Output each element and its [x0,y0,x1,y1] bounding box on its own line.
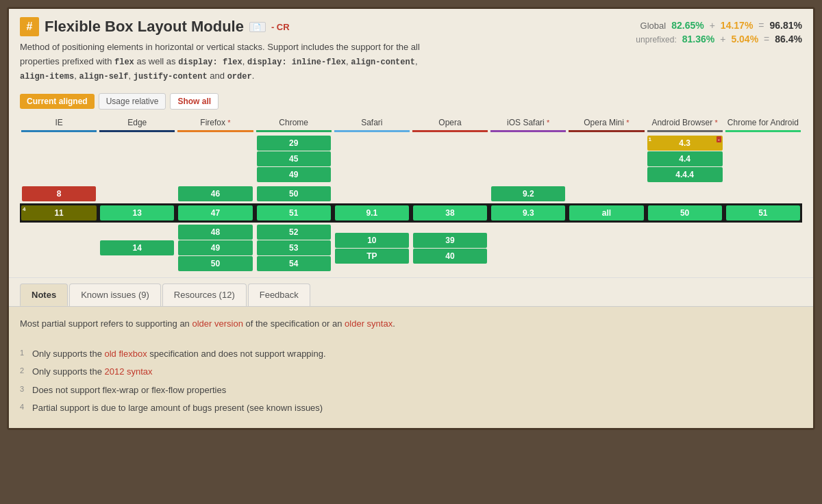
chrome-android-cell-2 [724,184,802,203]
safari-cell-10-tp: 10 TP [333,223,411,273]
note-4-num: 4 [20,401,27,416]
note-2-text: Only supports the 2012 syntax [32,364,153,379]
main-container: # Flexible Box Layout Module - CR Method… [7,7,815,430]
unprefixed-eq: = [764,34,769,45]
safari-cell-1 [333,134,411,184]
global-total-stat: 96.81% [770,20,802,31]
opera-mini-cell-empty [567,223,645,273]
browser-table: IE Edge Firefox * Chrome [20,115,802,273]
edge-cell-13: 13 [98,203,176,223]
tab-feedback[interactable]: Feedback [248,284,310,306]
browser-header-edge: Edge [98,115,176,134]
header: # Flexible Box Layout Module - CR Method… [9,9,813,89]
note-3-num: 3 [20,383,27,398]
older-version-link[interactable]: older version [192,318,242,329]
table-row: 14 48 49 50 52 53 54 10 TP [20,223,802,273]
tab-known-issues[interactable]: Known issues (9) [69,284,161,306]
ios-safari-cell-93: 9.3 [489,203,567,223]
browser-header-chrome: Chrome [255,115,333,134]
global-plus: + [710,20,715,31]
note-4-row: 4 Partial support is due to large amount… [20,401,802,416]
firefox-cell-47: 47 [176,203,254,223]
view-controls: Current aligned Usage relative Show all [9,89,813,115]
unprefixed-total-stat: 86.4% [775,34,802,45]
browser-header-ios-safari: iOS Safari * [489,115,567,134]
safari-cell-2 [333,184,411,203]
edge-cell-1 [98,134,176,184]
global-eq: = [758,20,764,31]
chrome-android-cell-51: 51 [724,203,802,223]
tab-resources[interactable]: Resources (12) [162,284,247,306]
edge-cell-14: 14 [98,223,176,273]
opera-cell-39-40: 39 40 [411,223,489,273]
global-yellow-stat: 14.17% [721,20,753,31]
show-all-button[interactable]: Show all [170,93,219,110]
ios-safari-cell-empty [489,223,567,273]
android-cell-empty [646,223,724,273]
unprefixed-label: unprefixed: [636,35,676,45]
opera-mini-cell-1 [567,134,645,184]
current-row: 4 11 13 47 51 9.1 38 9.3 all 50 51 [20,203,802,223]
browser-header-ie: IE [20,115,98,134]
note-3-text: Does not support flex-wrap or flex-flow … [32,383,226,398]
chrome-cell-50: 50 [255,184,333,203]
ios-safari-cell-92: 9.2 [489,184,567,203]
note-2-num: 2 [20,364,27,379]
2012-syntax-link[interactable]: 2012 syntax [105,366,153,377]
unprefixed-plus: + [720,34,725,45]
chrome-android-cell-1 [724,134,802,184]
global-green-stat: 82.65% [671,20,703,31]
unprefixed-yellow-stat: 5.04% [731,34,758,45]
current-aligned-button[interactable]: Current aligned [20,94,95,109]
table-row: 29 45 49 1 4.3 - [20,134,802,184]
opera-cell-2 [411,184,489,203]
table-row: 8 46 50 9.2 [20,184,802,203]
ie-cell-empty [20,223,98,273]
browser-header-opera: Opera [411,115,489,134]
safari-cell-91: 9.1 [333,203,411,223]
chrome-cell-51: 51 [255,203,333,223]
chrome-android-cell-empty [724,223,802,273]
ie-cell-11: 4 11 [20,203,98,223]
unprefixed-green-stat: 81.36% [682,34,714,45]
firefox-cell-48-50: 48 49 50 [176,223,254,273]
opera-cell-38: 38 [411,203,489,223]
browser-header-firefox: Firefox * [176,115,254,134]
header-right: Global 82.65% + 14.17% = 96.81% unprefix… [636,17,802,47]
title-row: # Flexible Box Layout Module - CR [20,17,636,36]
description: Method of positioning elements in horizo… [20,40,431,84]
global-stats-row: Global 82.65% + 14.17% = 96.81% [636,20,802,31]
firefox-cell-46: 46 [176,184,254,203]
opera-mini-cell-all: all [567,203,645,223]
notes-intro: Most partial support refers to supportin… [20,316,802,331]
tabs-container: Notes Known issues (9) Resources (12) Fe… [9,277,813,306]
ie-cell-8: 8 [20,184,98,203]
tab-notes[interactable]: Notes [20,284,68,306]
browser-header-android: Android Browser * [646,115,724,134]
note-2-row: 2 Only supports the 2012 syntax [20,364,802,379]
opera-mini-cell-2 [567,184,645,203]
edge-cell-2 [98,184,176,203]
android-cell-50: 50 [646,203,724,223]
ie-cell-1 [20,134,98,184]
older-syntax-link[interactable]: older syntax [345,318,393,329]
old-flexbox-link[interactable]: old flexbox [105,349,147,359]
ios-safari-cell-1 [489,134,567,184]
cr-label: - CR [271,22,290,32]
note-1-row: 1 Only supports the old flexbox specific… [20,346,802,362]
opera-cell-1 [411,134,489,184]
android-cell-top: 1 4.3 - 4.4 4.4.4 [646,134,724,184]
header-left: # Flexible Box Layout Module - CR Method… [20,17,636,84]
browser-header-row: IE Edge Firefox * Chrome [20,115,802,134]
chrome-cell-52-54: 52 53 54 [255,223,333,273]
note-4-text: Partial support is due to large amount o… [32,401,323,416]
usage-relative-button[interactable]: Usage relative [99,93,166,110]
browser-header-safari: Safari [333,115,411,134]
android-cell-2 [646,184,724,203]
global-label: Global [640,21,667,31]
firefox-cell-1 [176,134,254,184]
hash-icon: # [20,17,39,36]
tab-content-notes: Most partial support refers to supportin… [9,306,813,428]
note-3-row: 3 Does not support flex-wrap or flex-flo… [20,383,802,398]
browser-table-container: IE Edge Firefox * Chrome [9,115,813,273]
